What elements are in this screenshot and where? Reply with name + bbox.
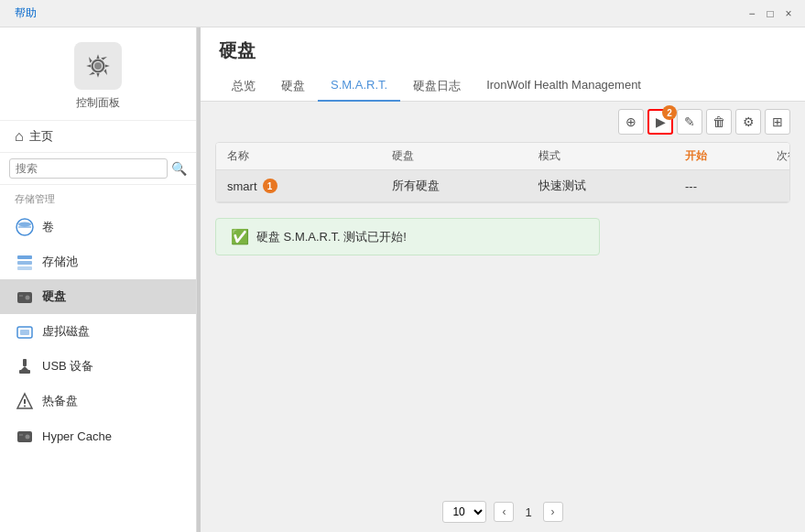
gear-icon <box>83 51 113 81</box>
usb-label: USB 设备 <box>42 358 93 375</box>
search-input[interactable] <box>9 158 168 179</box>
svg-point-3 <box>18 223 31 227</box>
tab-smart[interactable]: S.M.A.R.T. <box>318 72 400 102</box>
svg-rect-6 <box>17 261 32 265</box>
search-icon[interactable]: 🔍 <box>171 161 187 176</box>
prev-page-button[interactable]: ‹ <box>494 502 514 522</box>
delete-icon: 🗑 <box>713 114 725 129</box>
prev-icon: ‹ <box>502 505 506 518</box>
volumes-icon <box>15 217 35 237</box>
home-label: 主页 <box>29 128 53 145</box>
hyper-cache-label: Hyper Cache <box>42 429 112 443</box>
col-name: 名称 <box>227 148 392 164</box>
storage-pool-label: 存储池 <box>42 254 78 270</box>
svg-rect-15 <box>19 370 30 374</box>
export-icon: ⊞ <box>772 114 783 129</box>
sidebar-app-label: 控制面板 <box>76 95 120 111</box>
svg-rect-13 <box>23 359 27 366</box>
virtual-disk-icon <box>15 321 35 342</box>
sidebar-item-hyper-cache[interactable]: Hyper Cache <box>0 418 196 453</box>
content-area: 硬盘 总览 硬盘 S.M.A.R.T. 硬盘日志 IronWolf Health… <box>201 27 805 532</box>
svg-rect-12 <box>20 330 29 335</box>
status-check-icon: ✅ <box>231 228 249 245</box>
cell-disk: 所有硬盘 <box>392 178 538 194</box>
settings-button[interactable]: ⚙ <box>735 109 761 135</box>
svg-rect-5 <box>17 255 32 259</box>
svg-point-20 <box>26 435 30 440</box>
number-badge: 2 <box>662 105 677 120</box>
cell-start: --- <box>685 178 777 194</box>
status-message: ✅ 硬盘 S.M.A.R.T. 测试已开始! <box>215 218 600 255</box>
hyper-cache-icon <box>15 426 35 446</box>
export-button[interactable]: ⊞ <box>765 109 790 135</box>
sidebar-item-virtual-disk[interactable]: 虚拟磁盘 <box>0 314 196 349</box>
section-label: 存储管理 <box>0 185 196 210</box>
edit-icon: ✎ <box>684 114 695 129</box>
delete-button[interactable]: 🗑 <box>706 109 732 135</box>
col-next-run: 次行 <box>777 148 790 164</box>
smart-table: 名称 硬盘 模式 开始 次行 smart 1 所有硬盘 快速测试 --- <box>215 142 790 203</box>
svg-marker-14 <box>21 366 28 370</box>
add-button[interactable]: ⊕ <box>618 109 644 135</box>
settings-icon: ⚙ <box>743 114 755 129</box>
svg-point-1 <box>94 62 102 70</box>
usb-icon <box>15 356 35 376</box>
status-text: 硬盘 S.M.A.R.T. 测试已开始! <box>256 229 407 245</box>
hdd-label: 硬盘 <box>42 288 66 305</box>
svg-point-9 <box>26 296 30 300</box>
add-icon: ⊕ <box>626 114 636 129</box>
next-page-button[interactable]: › <box>543 502 563 522</box>
volumes-label: 卷 <box>42 219 54 235</box>
table-row[interactable]: smart 1 所有硬盘 快速测试 --- <box>216 170 789 202</box>
svg-rect-7 <box>17 266 32 270</box>
tab-hdd[interactable]: 硬盘 <box>268 72 318 102</box>
tab-overview[interactable]: 总览 <box>219 72 268 102</box>
next-icon: › <box>551 505 555 518</box>
sidebar-item-hot-spare[interactable]: 热备盘 <box>0 384 196 418</box>
hdd-icon <box>15 287 35 307</box>
hot-spare-label: 热备盘 <box>42 393 78 409</box>
tab-ironwolf[interactable]: IronWolf Health Management <box>473 72 654 102</box>
help-link[interactable]: 帮助 <box>15 5 37 21</box>
page-size-select[interactable]: 10 20 50 <box>442 501 486 523</box>
virtual-disk-label: 虚拟磁盘 <box>42 323 90 340</box>
search-bar: 🔍 <box>0 153 196 185</box>
hot-spare-icon <box>15 391 35 411</box>
cell-name: smart 1 <box>227 178 392 194</box>
toolbar: ⊕ ▶ 2 ✎ 🗑 ⚙ ⊞ <box>201 102 805 142</box>
sidebar-item-volumes[interactable]: 卷 <box>0 210 196 244</box>
svg-rect-19 <box>17 431 32 442</box>
home-icon: ⌂ <box>15 128 24 145</box>
sidebar-item-hdd[interactable]: 硬盘 <box>0 279 196 314</box>
sidebar-item-storage-pool[interactable]: 存储池 <box>0 244 196 279</box>
page-title: 硬盘 <box>219 38 787 63</box>
col-mode: 模式 <box>538 148 685 164</box>
svg-point-18 <box>24 406 26 407</box>
svg-rect-8 <box>17 292 32 303</box>
sidebar-header: 控制面板 <box>0 27 196 121</box>
edit-button[interactable]: ✎ <box>677 109 702 135</box>
storage-pool-icon <box>15 252 35 272</box>
minimize-button[interactable]: − <box>743 5 761 23</box>
table-header: 名称 硬盘 模式 开始 次行 <box>216 143 789 170</box>
cell-next-run <box>777 178 790 194</box>
tab-log[interactable]: 硬盘日志 <box>400 72 473 102</box>
col-disk: 硬盘 <box>392 148 538 164</box>
sidebar: 控制面板 ⌂ 主页 🔍 存储管理 卷 存储池 硬 <box>0 27 197 532</box>
row-badge: 1 <box>263 179 277 193</box>
pagination: 10 20 50 ‹ 1 › <box>201 492 805 532</box>
tabs: 总览 硬盘 S.M.A.R.T. 硬盘日志 IronWolf Health Ma… <box>219 72 787 101</box>
home-item[interactable]: ⌂ 主页 <box>0 121 196 153</box>
current-page: 1 <box>521 505 535 519</box>
page-header: 硬盘 总览 硬盘 S.M.A.R.T. 硬盘日志 IronWolf Health… <box>201 27 805 102</box>
title-bar: 帮助 − □ × <box>0 0 805 27</box>
app-icon <box>74 42 122 90</box>
run-button[interactable]: ▶ 2 <box>647 109 673 135</box>
sidebar-item-usb[interactable]: USB 设备 <box>0 349 196 384</box>
restore-button[interactable]: □ <box>761 5 779 23</box>
col-start: 开始 <box>685 148 777 164</box>
close-button[interactable]: × <box>779 5 798 23</box>
cell-mode: 快速测试 <box>538 178 685 194</box>
